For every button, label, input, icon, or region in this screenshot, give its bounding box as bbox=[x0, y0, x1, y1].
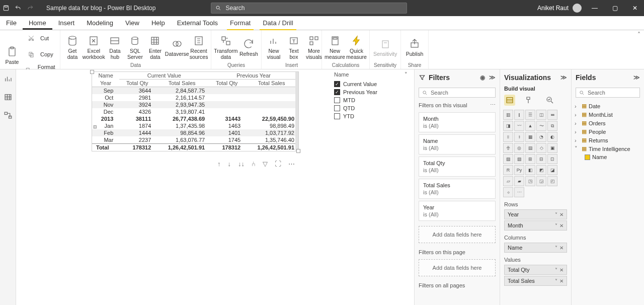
viz-type-chip[interactable]: ⟐ bbox=[503, 187, 513, 197]
remove-field-icon[interactable]: ✕ bbox=[559, 267, 564, 273]
focus-mode-icon[interactable]: ⛶ bbox=[275, 160, 281, 168]
tab-modeling[interactable]: Modeling bbox=[80, 16, 119, 30]
table-row[interactable]: Feb144498,854.9614011,03,717.92 bbox=[92, 129, 298, 136]
slicer-visual[interactable]: Name ˅ ✓Current Value✓Previous YearMTDQT… bbox=[333, 71, 409, 120]
fields-field[interactable]: Name bbox=[575, 153, 641, 161]
fields-table[interactable]: ›▦Orders bbox=[575, 119, 641, 127]
chevron-down-icon[interactable]: ˅ bbox=[555, 278, 557, 284]
report-canvas[interactable]: Name Current Value Previous Year Year To… bbox=[16, 69, 414, 305]
add-page-filter[interactable]: Add data fields here bbox=[419, 259, 496, 276]
viz-type-chip[interactable]: ⫿ bbox=[514, 110, 524, 120]
cut-button[interactable]: Cut bbox=[22, 30, 60, 46]
viz-type-chip[interactable]: ◩ bbox=[536, 165, 546, 175]
table-row[interactable]: Sep36442,84,587.75 bbox=[92, 87, 298, 95]
redo-icon[interactable] bbox=[26, 5, 34, 12]
publish-button[interactable]: Publish bbox=[403, 36, 426, 57]
chevron-down-icon[interactable]: ˅ bbox=[555, 245, 557, 251]
title-search[interactable]: Search bbox=[211, 3, 407, 14]
matrix-scrollbar[interactable] bbox=[295, 72, 298, 151]
sql-server-button[interactable]: SQL Server bbox=[125, 33, 145, 60]
excel-button[interactable]: Excel workbook bbox=[83, 33, 105, 60]
expand-all-icon[interactable]: ↓↓ bbox=[238, 160, 245, 168]
matrix-visual[interactable]: Name Current Value Previous Year Year To… bbox=[92, 71, 299, 151]
eye-icon[interactable]: ◉ bbox=[480, 74, 485, 81]
viz-type-chip[interactable]: ▣ bbox=[547, 143, 557, 153]
new-visual-button[interactable]: New visual bbox=[264, 33, 284, 60]
slicer-option[interactable]: YTD bbox=[333, 112, 409, 120]
viz-type-chip[interactable]: ⧉ bbox=[547, 121, 557, 131]
refresh-button[interactable]: Refresh bbox=[238, 36, 259, 57]
viz-type-chip[interactable]: ◧ bbox=[525, 165, 535, 175]
viz-type-chip[interactable]: 〰 bbox=[514, 121, 524, 131]
table-row[interactable]: Jan18741,37,435.98146398,898.49 bbox=[92, 122, 298, 129]
drill-down-icon[interactable]: ↓ bbox=[228, 160, 231, 168]
data-view-icon[interactable] bbox=[4, 93, 13, 102]
collapse-pane-icon[interactable]: ≫ bbox=[489, 74, 496, 81]
more-options-icon[interactable]: ⋯ bbox=[288, 160, 295, 168]
copy-button[interactable]: Copy bbox=[22, 46, 60, 62]
tab-insert[interactable]: Insert bbox=[52, 16, 81, 30]
viz-type-chip[interactable]: ⊡ bbox=[547, 154, 557, 164]
fields-table[interactable]: ›▦Date bbox=[575, 102, 641, 110]
viz-type-chip[interactable]: ▥ bbox=[503, 110, 513, 120]
fields-table[interactable]: ›▦MonthList bbox=[575, 110, 641, 119]
collapse-pane-icon[interactable]: ≫ bbox=[560, 74, 567, 81]
enter-data-button[interactable]: Enter data bbox=[145, 33, 165, 60]
row-expand-icon[interactable]: ⊟ bbox=[93, 124, 97, 129]
chevron-down-icon[interactable]: ˅ bbox=[555, 267, 557, 273]
collapse-pane-icon[interactable]: ≫ bbox=[633, 74, 640, 81]
values-field[interactable]: Total Sales˅✕ bbox=[504, 276, 567, 286]
get-data-button[interactable]: Get data bbox=[62, 33, 83, 60]
values-field[interactable]: Total Qty˅✕ bbox=[504, 265, 567, 275]
viz-type-chip[interactable]: ▤ bbox=[525, 143, 535, 153]
viz-type-chip[interactable]: ◔ bbox=[536, 132, 546, 142]
viz-type-chip[interactable]: ◳ bbox=[525, 176, 535, 186]
viz-type-chip[interactable]: ⊞ bbox=[525, 154, 535, 164]
drill-up-icon[interactable]: ↑ bbox=[217, 160, 221, 168]
viz-type-chip[interactable]: ▧ bbox=[503, 154, 513, 164]
viz-type-chip[interactable]: ▦ bbox=[525, 132, 535, 142]
table-row[interactable]: 20133811126,77,438.693144322,59,450.90 bbox=[92, 115, 298, 122]
model-view-icon[interactable] bbox=[4, 111, 13, 120]
filter-card[interactable]: Yearis (All) bbox=[419, 201, 496, 221]
viz-type-chip[interactable]: ◎ bbox=[514, 143, 524, 153]
minimize-button[interactable]: ― bbox=[588, 5, 602, 12]
viz-type-chip[interactable]: ▰ bbox=[514, 176, 524, 186]
filters-search[interactable]: Search bbox=[419, 88, 496, 98]
report-view-icon[interactable] bbox=[4, 74, 13, 84]
remove-field-icon[interactable]: ✕ bbox=[559, 223, 564, 228]
tab-file[interactable]: File bbox=[0, 16, 23, 30]
viz-type-chip[interactable]: ◇ bbox=[536, 143, 546, 153]
table-row[interactable]: Oct29812,16,114.57 bbox=[92, 94, 298, 101]
viz-type-chip[interactable]: ⫲ bbox=[514, 132, 524, 142]
more-icon[interactable]: ⋯ bbox=[490, 102, 496, 108]
viz-type-chip[interactable]: ⋯ bbox=[514, 187, 524, 197]
quick-measure-button[interactable]: Quick measure bbox=[346, 33, 367, 60]
viz-type-chip[interactable]: ⊟ bbox=[536, 154, 546, 164]
filter-card[interactable]: Monthis (All) bbox=[419, 112, 496, 132]
viz-type-chip[interactable]: ⫴ bbox=[503, 132, 513, 142]
viz-type-chip[interactable]: ◰ bbox=[547, 176, 557, 186]
remove-field-icon[interactable]: ✕ bbox=[559, 245, 564, 251]
fields-table-expanded[interactable]: ˅▦Time Intelligence bbox=[575, 144, 641, 153]
build-visual-tab[interactable] bbox=[504, 95, 515, 106]
filter-card[interactable]: Nameis (All) bbox=[419, 134, 496, 155]
tab-home[interactable]: Home bbox=[23, 16, 52, 30]
remove-field-icon[interactable]: ✕ bbox=[559, 278, 564, 284]
collapse-ribbon-icon[interactable]: ˄ bbox=[634, 30, 644, 69]
maximize-button[interactable]: ▢ bbox=[608, 5, 622, 12]
format-visual-tab[interactable] bbox=[524, 95, 535, 106]
dataverse-button[interactable]: Dataverse bbox=[165, 36, 189, 57]
slicer-option[interactable]: ✓Previous Year bbox=[333, 88, 409, 96]
viz-type-chip[interactable]: ▨ bbox=[514, 154, 524, 164]
table-row[interactable]: Mar22371,63,076.7717451,35,746.40 bbox=[92, 136, 298, 144]
table-row[interactable]: Nov39242,93,947.35 bbox=[92, 101, 298, 108]
tab-format[interactable]: Format bbox=[224, 16, 257, 30]
recent-sources-button[interactable]: Recent sources bbox=[189, 33, 209, 60]
fields-table[interactable]: ›▦Returns bbox=[575, 136, 641, 144]
tab-data-drill[interactable]: Data / Drill bbox=[257, 16, 299, 30]
viz-type-chip[interactable]: ◲ bbox=[536, 176, 546, 186]
filter-card[interactable]: Total Qtyis (All) bbox=[419, 157, 496, 177]
columns-field[interactable]: Name˅✕ bbox=[504, 243, 567, 253]
chevron-down-icon[interactable]: ˅ bbox=[555, 212, 557, 217]
